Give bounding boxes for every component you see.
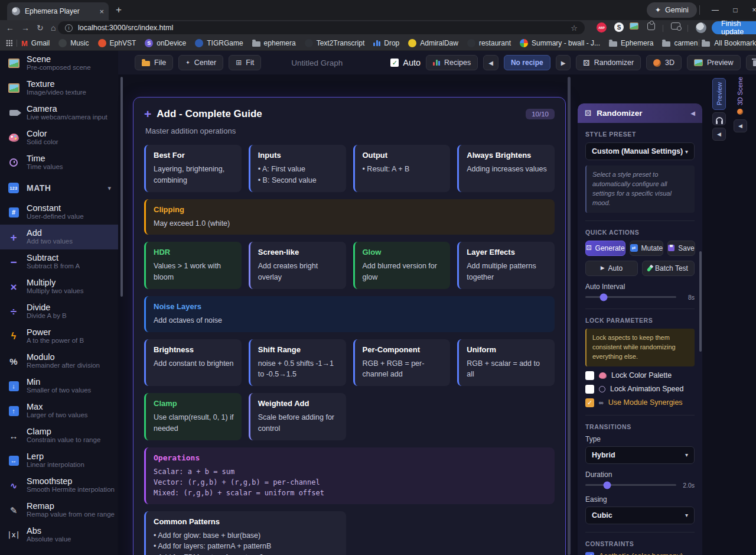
bookmark-restaurant[interactable]: restaurant bbox=[467, 39, 511, 47]
profile-avatar[interactable] bbox=[696, 22, 706, 33]
preview-button[interactable]: Preview bbox=[687, 55, 740, 70]
sidebar-scrollbar[interactable] bbox=[120, 77, 123, 297]
close-window-button[interactable]: × bbox=[745, 0, 756, 20]
auto-interval-slider[interactable] bbox=[585, 296, 676, 298]
sidebar-item-clamp[interactable]: ↔ ClampConstrain value to range bbox=[0, 423, 118, 448]
type-select[interactable]: Hybrid ▾ bbox=[585, 446, 695, 464]
audio-button[interactable] bbox=[712, 112, 726, 125]
easing-select[interactable]: Cubic ▾ bbox=[585, 507, 695, 524]
constraint-aesthetic-row[interactable]: Aesthetic (color harmony) bbox=[585, 552, 695, 555]
3d-scene-vertical-tab[interactable]: 3D Scene bbox=[734, 77, 746, 116]
sidebar-item-min[interactable]: ↓ MinSmaller of two values bbox=[0, 374, 118, 398]
sidebar-item-power[interactable]: ϟ PowerA to the power of B bbox=[0, 324, 118, 349]
new-tab-button[interactable]: + bbox=[116, 5, 122, 15]
checkbox-checked[interactable] bbox=[585, 398, 594, 407]
center-button[interactable]: ✦Center bbox=[178, 55, 223, 70]
sidebar-item-max[interactable]: ↑ MaxLarger of two values bbox=[0, 398, 118, 423]
lock-color-palette-row[interactable]: Lock Color Palette bbox=[585, 371, 695, 380]
graph-name[interactable]: Untitled Graph bbox=[291, 59, 343, 67]
randomizer-scrollbar[interactable] bbox=[699, 251, 702, 352]
bookmark-drop[interactable]: Drop bbox=[373, 39, 399, 47]
next-recipe-button[interactable]: ▶ bbox=[556, 55, 571, 70]
collapse-caret-icon[interactable]: ▾ bbox=[107, 184, 111, 192]
collapse-arrow-icon[interactable]: ◀ bbox=[690, 110, 695, 116]
math-section-header[interactable]: 123 MATH ▾ bbox=[0, 176, 118, 200]
lock-animation-speed-row[interactable]: Lock Animation Speed bbox=[585, 385, 695, 394]
sidebar-item-time[interactable]: TimeTime values bbox=[0, 150, 118, 175]
adblock-extension-icon[interactable]: ABP bbox=[597, 22, 607, 33]
bookmark-ephvst[interactable]: EphVST bbox=[98, 39, 136, 47]
sidebar-item-texture[interactable]: TextureImage/video texture bbox=[0, 76, 118, 100]
maximize-button[interactable]: □ bbox=[726, 0, 744, 20]
bookmark-text2transcript[interactable]: Text2Transcript bbox=[305, 39, 365, 47]
screen-capture-icon[interactable] bbox=[671, 22, 680, 30]
file-button[interactable]: File bbox=[135, 55, 173, 70]
collapse-3d-scene-button[interactable]: ◀ bbox=[734, 119, 747, 132]
batch-test-button[interactable]: Batch Test bbox=[642, 261, 695, 276]
slider-thumb[interactable] bbox=[599, 293, 607, 301]
sidebar-item-divide[interactable]: ÷ DivideDivide A by B bbox=[0, 299, 118, 324]
bookmark-ondevice[interactable]: SonDevice bbox=[145, 39, 186, 47]
url-bar[interactable]: localhost:3000/src/index.html ☆ bbox=[58, 21, 585, 34]
preview-vertical-tab[interactable]: Preview bbox=[712, 78, 726, 110]
bookmark-summary[interactable]: Summary - bwall - J... bbox=[520, 39, 600, 47]
back-icon[interactable]: ← bbox=[6, 22, 14, 33]
bookmark-star-icon[interactable]: ☆ bbox=[571, 24, 578, 33]
reload-icon[interactable]: ↻ bbox=[37, 22, 44, 33]
tab-close-icon[interactable]: × bbox=[99, 7, 104, 16]
checkbox-unchecked[interactable] bbox=[585, 371, 594, 380]
sidebar-item-floor[interactable]: Floor bbox=[0, 547, 118, 555]
bookmark-admiraldaw[interactable]: AdmiralDaw bbox=[408, 39, 458, 47]
sidebar-item-subtract[interactable]: − SubtractSubtract B from A bbox=[0, 249, 118, 274]
bookmark-gmail[interactable]: MGmail bbox=[21, 39, 50, 48]
forward-icon[interactable]: → bbox=[21, 22, 30, 33]
main-scrollbar[interactable] bbox=[568, 77, 571, 555]
fit-button[interactable]: ⊞Fit bbox=[229, 55, 261, 70]
prev-recipe-button[interactable]: ◀ bbox=[483, 55, 498, 70]
gemini-button[interactable]: ✦ Gemini bbox=[647, 2, 697, 18]
home-icon[interactable]: ⌂ bbox=[51, 22, 56, 33]
sidebar-item-lerp[interactable]: ↔ LerpLinear interpolation bbox=[0, 448, 118, 473]
auto-checkbox[interactable] bbox=[390, 59, 399, 67]
3d-button[interactable]: 3D bbox=[646, 55, 682, 70]
mutate-button[interactable]: ⇄Mutate bbox=[630, 241, 664, 256]
sidebar-item-remap[interactable]: ✎ RemapRemap value from one range to an.… bbox=[0, 498, 118, 522]
sidebar-item-constant[interactable]: # ConstantUser-defined value bbox=[0, 200, 118, 225]
s-extension-icon[interactable]: S bbox=[614, 22, 624, 32]
sidebar-item-color[interactable]: ColorSolid color bbox=[0, 125, 118, 150]
apps-grid-icon[interactable] bbox=[6, 40, 12, 46]
randomizer-button[interactable]: ⚄Randomizer bbox=[576, 55, 641, 70]
bookmark-folder-carmen[interactable]: carmen bbox=[662, 39, 698, 47]
clear-button[interactable]: Clear bbox=[746, 55, 756, 70]
slider-thumb[interactable] bbox=[603, 481, 611, 489]
collapse-preview-button[interactable]: ◀ bbox=[712, 128, 726, 141]
browser-tab[interactable]: Ephemera Player × bbox=[7, 2, 109, 20]
duration-slider[interactable] bbox=[585, 484, 676, 486]
bookmark-folder-Ephemera[interactable]: Ephemera bbox=[609, 39, 653, 47]
sidebar-item-modulo[interactable]: % ModuloRemainder after division bbox=[0, 349, 118, 374]
recipes-button[interactable]: Recipes bbox=[426, 55, 478, 70]
sidebar-item-smoothstep[interactable]: ∿ SmoothstepSmooth Hermite interpolation bbox=[0, 473, 118, 498]
checkbox-unchecked[interactable] bbox=[585, 385, 594, 394]
minimize-button[interactable]: — bbox=[706, 0, 724, 20]
auto-button[interactable]: ▶Auto bbox=[585, 261, 638, 276]
photos-extension-icon[interactable] bbox=[630, 22, 638, 30]
extensions-puzzle-icon[interactable] bbox=[647, 22, 655, 30]
sidebar-item-abs[interactable]: |x| AbsAbsolute value bbox=[0, 522, 118, 547]
all-bookmarks-button[interactable]: All Bookmarks bbox=[696, 35, 756, 51]
bookmark-tigrgame[interactable]: TIGRGame bbox=[195, 39, 243, 47]
sidebar-item-camera[interactable]: CameraLive webcam/camera input bbox=[0, 100, 118, 125]
sidebar-item-add[interactable]: + AddAdd two values bbox=[0, 225, 118, 249]
sidebar-item-multiply[interactable]: × MultiplyMultiply two values bbox=[0, 274, 118, 299]
sidebar-item-scene[interactable]: ScenePre-composed scene bbox=[0, 51, 118, 76]
generate-button[interactable]: ⚄Generate bbox=[585, 241, 625, 256]
save-button[interactable]: Save bbox=[667, 241, 695, 256]
style-preset-select[interactable]: Custom (Manual Settings) ▾ bbox=[585, 142, 695, 160]
bookmark-music[interactable]: Music bbox=[58, 39, 89, 47]
use-module-synergies-row[interactable]: ∞ Use Module Synergies bbox=[585, 398, 695, 407]
auto-toggle[interactable]: Auto bbox=[390, 58, 421, 67]
site-info-icon[interactable] bbox=[65, 24, 73, 32]
finish-update-button[interactable]: Finish update bbox=[712, 21, 756, 34]
url-text[interactable]: localhost:3000/src/index.html bbox=[78, 24, 565, 32]
randomizer-header[interactable]: ⚄ Randomizer ◀ bbox=[578, 103, 702, 123]
